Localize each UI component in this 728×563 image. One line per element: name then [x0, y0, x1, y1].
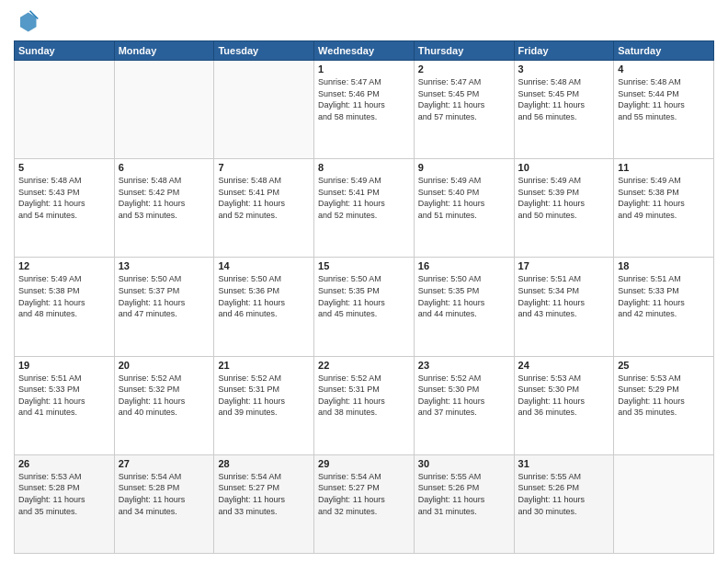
- header: [14, 9, 714, 35]
- calendar-cell: 21Sunrise: 5:52 AM Sunset: 5:31 PM Dayli…: [214, 356, 314, 454]
- calendar-cell: 12Sunrise: 5:49 AM Sunset: 5:38 PM Dayli…: [15, 258, 115, 356]
- weekday-header: Sunday: [15, 41, 115, 61]
- day-info: Sunrise: 5:53 AM Sunset: 5:28 PM Dayligh…: [18, 471, 110, 517]
- day-number: 4: [618, 63, 710, 75]
- day-info: Sunrise: 5:55 AM Sunset: 5:26 PM Dayligh…: [418, 471, 510, 517]
- day-info: Sunrise: 5:52 AM Sunset: 5:30 PM Dayligh…: [418, 373, 510, 419]
- calendar-week: 1Sunrise: 5:47 AM Sunset: 5:46 PM Daylig…: [15, 61, 714, 159]
- day-number: 11: [618, 162, 710, 173]
- day-number: 5: [18, 162, 110, 173]
- day-number: 14: [218, 260, 310, 271]
- day-info: Sunrise: 5:54 AM Sunset: 5:27 PM Dayligh…: [318, 471, 410, 517]
- calendar-cell: 31Sunrise: 5:55 AM Sunset: 5:26 PM Dayli…: [514, 454, 614, 553]
- day-number: 1: [318, 63, 410, 75]
- calendar-table: SundayMondayTuesdayWednesdayThursdayFrid…: [14, 40, 714, 554]
- day-number: 2: [418, 63, 510, 75]
- calendar-cell: [614, 454, 714, 553]
- calendar-week: 26Sunrise: 5:53 AM Sunset: 5:28 PM Dayli…: [15, 454, 714, 553]
- day-info: Sunrise: 5:50 AM Sunset: 5:36 PM Dayligh…: [218, 273, 310, 319]
- calendar-cell: 4Sunrise: 5:48 AM Sunset: 5:44 PM Daylig…: [614, 61, 714, 159]
- calendar-cell: 16Sunrise: 5:50 AM Sunset: 5:35 PM Dayli…: [414, 258, 514, 356]
- day-info: Sunrise: 5:52 AM Sunset: 5:31 PM Dayligh…: [318, 373, 410, 419]
- day-number: 15: [318, 260, 410, 271]
- day-info: Sunrise: 5:50 AM Sunset: 5:35 PM Dayligh…: [418, 273, 510, 319]
- calendar-cell: 26Sunrise: 5:53 AM Sunset: 5:28 PM Dayli…: [15, 454, 115, 553]
- day-info: Sunrise: 5:49 AM Sunset: 5:39 PM Dayligh…: [518, 175, 610, 221]
- calendar-week: 19Sunrise: 5:51 AM Sunset: 5:33 PM Dayli…: [15, 356, 714, 454]
- calendar-cell: 28Sunrise: 5:54 AM Sunset: 5:27 PM Dayli…: [214, 454, 314, 553]
- day-number: 28: [218, 458, 310, 469]
- calendar-cell: 24Sunrise: 5:53 AM Sunset: 5:30 PM Dayli…: [514, 356, 614, 454]
- day-info: Sunrise: 5:47 AM Sunset: 5:45 PM Dayligh…: [418, 76, 510, 122]
- calendar-body: 1Sunrise: 5:47 AM Sunset: 5:46 PM Daylig…: [15, 61, 714, 554]
- day-number: 24: [518, 360, 610, 371]
- day-number: 3: [518, 63, 610, 75]
- page: SundayMondayTuesdayWednesdayThursdayFrid…: [0, 0, 728, 563]
- day-info: Sunrise: 5:49 AM Sunset: 5:40 PM Dayligh…: [418, 175, 510, 221]
- day-info: Sunrise: 5:50 AM Sunset: 5:35 PM Dayligh…: [318, 273, 410, 319]
- day-info: Sunrise: 5:52 AM Sunset: 5:32 PM Dayligh…: [119, 373, 210, 419]
- weekday-header: Wednesday: [314, 41, 415, 61]
- logo-icon: [14, 9, 40, 35]
- day-number: 22: [318, 360, 410, 371]
- day-number: 7: [218, 162, 310, 173]
- day-info: Sunrise: 5:50 AM Sunset: 5:37 PM Dayligh…: [119, 273, 210, 319]
- day-number: 8: [318, 162, 410, 173]
- calendar-cell: 25Sunrise: 5:53 AM Sunset: 5:29 PM Dayli…: [614, 356, 714, 454]
- day-number: 25: [618, 360, 710, 371]
- day-info: Sunrise: 5:51 AM Sunset: 5:33 PM Dayligh…: [618, 273, 710, 319]
- day-number: 29: [318, 458, 410, 469]
- day-number: 20: [119, 360, 210, 371]
- calendar-cell: 9Sunrise: 5:49 AM Sunset: 5:40 PM Daylig…: [414, 159, 514, 258]
- weekday-header: Saturday: [614, 41, 714, 61]
- calendar-cell: 11Sunrise: 5:49 AM Sunset: 5:38 PM Dayli…: [614, 159, 714, 258]
- weekday-header: Thursday: [414, 41, 514, 61]
- day-number: 31: [518, 458, 610, 469]
- day-number: 17: [518, 260, 610, 271]
- calendar-cell: 19Sunrise: 5:51 AM Sunset: 5:33 PM Dayli…: [15, 356, 115, 454]
- day-number: 23: [418, 360, 510, 371]
- day-info: Sunrise: 5:55 AM Sunset: 5:26 PM Dayligh…: [518, 471, 610, 517]
- calendar-cell: 20Sunrise: 5:52 AM Sunset: 5:32 PM Dayli…: [114, 356, 214, 454]
- calendar-cell: 8Sunrise: 5:49 AM Sunset: 5:41 PM Daylig…: [314, 159, 415, 258]
- day-info: Sunrise: 5:53 AM Sunset: 5:29 PM Dayligh…: [618, 373, 710, 419]
- day-number: 10: [518, 162, 610, 173]
- calendar-cell: 14Sunrise: 5:50 AM Sunset: 5:36 PM Dayli…: [214, 258, 314, 356]
- calendar-cell: 3Sunrise: 5:48 AM Sunset: 5:45 PM Daylig…: [514, 61, 614, 159]
- day-info: Sunrise: 5:48 AM Sunset: 5:43 PM Dayligh…: [18, 175, 110, 221]
- day-number: 6: [119, 162, 210, 173]
- calendar-cell: 7Sunrise: 5:48 AM Sunset: 5:41 PM Daylig…: [214, 159, 314, 258]
- day-number: 30: [418, 458, 510, 469]
- calendar-header: SundayMondayTuesdayWednesdayThursdayFrid…: [15, 41, 714, 61]
- day-number: 19: [18, 360, 110, 371]
- weekday-row: SundayMondayTuesdayWednesdayThursdayFrid…: [15, 41, 714, 61]
- calendar-cell: 18Sunrise: 5:51 AM Sunset: 5:33 PM Dayli…: [614, 258, 714, 356]
- calendar-cell: [15, 61, 115, 159]
- calendar-cell: [114, 61, 214, 159]
- day-info: Sunrise: 5:51 AM Sunset: 5:33 PM Dayligh…: [18, 373, 110, 419]
- day-info: Sunrise: 5:53 AM Sunset: 5:30 PM Dayligh…: [518, 373, 610, 419]
- calendar-cell: 5Sunrise: 5:48 AM Sunset: 5:43 PM Daylig…: [15, 159, 115, 258]
- day-info: Sunrise: 5:49 AM Sunset: 5:38 PM Dayligh…: [18, 273, 110, 319]
- calendar-cell: 15Sunrise: 5:50 AM Sunset: 5:35 PM Dayli…: [314, 258, 415, 356]
- day-info: Sunrise: 5:52 AM Sunset: 5:31 PM Dayligh…: [218, 373, 310, 419]
- day-number: 16: [418, 260, 510, 271]
- weekday-header: Monday: [114, 41, 214, 61]
- day-info: Sunrise: 5:48 AM Sunset: 5:45 PM Dayligh…: [518, 76, 610, 122]
- calendar-cell: 29Sunrise: 5:54 AM Sunset: 5:27 PM Dayli…: [314, 454, 415, 553]
- weekday-header: Tuesday: [214, 41, 314, 61]
- day-info: Sunrise: 5:47 AM Sunset: 5:46 PM Dayligh…: [318, 76, 410, 122]
- day-info: Sunrise: 5:48 AM Sunset: 5:41 PM Dayligh…: [218, 175, 310, 221]
- day-number: 18: [618, 260, 710, 271]
- calendar-cell: 17Sunrise: 5:51 AM Sunset: 5:34 PM Dayli…: [514, 258, 614, 356]
- day-number: 27: [119, 458, 210, 469]
- day-info: Sunrise: 5:48 AM Sunset: 5:42 PM Dayligh…: [119, 175, 210, 221]
- calendar-week: 5Sunrise: 5:48 AM Sunset: 5:43 PM Daylig…: [15, 159, 714, 258]
- day-number: 12: [18, 260, 110, 271]
- weekday-header: Friday: [514, 41, 614, 61]
- logo: [14, 9, 43, 35]
- day-info: Sunrise: 5:48 AM Sunset: 5:44 PM Dayligh…: [618, 76, 710, 122]
- calendar-cell: 22Sunrise: 5:52 AM Sunset: 5:31 PM Dayli…: [314, 356, 415, 454]
- day-number: 13: [119, 260, 210, 271]
- calendar-cell: 30Sunrise: 5:55 AM Sunset: 5:26 PM Dayli…: [414, 454, 514, 553]
